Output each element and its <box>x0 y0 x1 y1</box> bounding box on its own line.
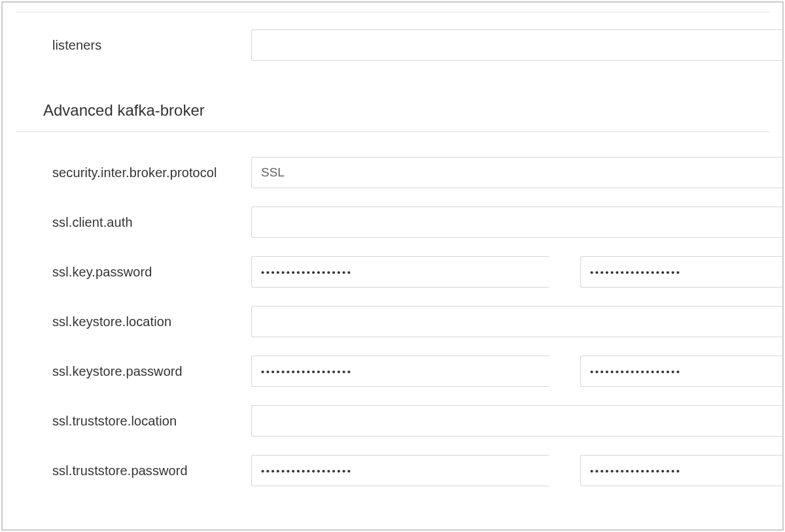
ssl-truststore-location-input[interactable] <box>251 405 782 437</box>
ssl-key-password-label: ssl.key.password <box>3 265 251 280</box>
ssl-keystore-password-input-wrap <box>251 356 782 387</box>
ssl-keystore-password-input-1[interactable] <box>251 356 549 387</box>
ssl-client-auth-row: ssl.client.auth <box>3 197 782 247</box>
ssl-keystore-location-input[interactable] <box>251 306 782 337</box>
listeners-label: listeners <box>3 38 251 53</box>
ssl-keystore-password-input-2[interactable] <box>580 356 782 387</box>
config-content: listeners Advanced kafka-broker security… <box>3 12 782 495</box>
ssl-truststore-location-label: ssl.truststore.location <box>3 414 251 429</box>
security-inter-broker-protocol-input-wrap <box>251 157 782 188</box>
ssl-keystore-location-input-wrap <box>251 306 782 337</box>
advanced-rows: security.inter.broker.protocol ssl.clien… <box>3 148 782 495</box>
config-panel-frame: listeners Advanced kafka-broker security… <box>1 1 784 531</box>
ssl-truststore-location-row: ssl.truststore.location <box>3 396 782 446</box>
ssl-client-auth-input[interactable] <box>251 207 782 238</box>
ssl-truststore-password-input-1[interactable] <box>251 455 549 486</box>
ssl-truststore-password-input-2[interactable] <box>580 455 782 486</box>
ssl-truststore-password-label: ssl.truststore.password <box>3 463 251 478</box>
security-inter-broker-protocol-row: security.inter.broker.protocol <box>3 148 782 197</box>
ssl-keystore-location-label: ssl.keystore.location <box>3 314 251 329</box>
ssl-client-auth-input-wrap <box>251 207 782 238</box>
listeners-row: listeners <box>3 12 782 78</box>
ssl-truststore-password-input-wrap <box>251 455 782 486</box>
ssl-client-auth-label: ssl.client.auth <box>3 215 251 230</box>
ssl-key-password-input-2[interactable] <box>580 256 782 288</box>
listeners-input-wrap <box>251 29 782 61</box>
ssl-key-password-row: ssl.key.password <box>3 247 782 297</box>
ssl-keystore-password-label: ssl.keystore.password <box>3 364 251 379</box>
advanced-kafka-broker-header: Advanced kafka-broker <box>3 78 782 131</box>
security-inter-broker-protocol-label: security.inter.broker.protocol <box>3 165 251 180</box>
ssl-truststore-password-row: ssl.truststore.password <box>3 446 782 495</box>
ssl-keystore-password-row: ssl.keystore.password <box>3 346 782 396</box>
ssl-keystore-location-row: ssl.keystore.location <box>3 297 782 346</box>
listeners-input[interactable] <box>251 29 782 61</box>
ssl-key-password-input-wrap <box>251 256 782 288</box>
ssl-key-password-input-1[interactable] <box>251 256 549 288</box>
ssl-truststore-location-input-wrap <box>251 405 782 437</box>
advanced-section-divider <box>16 131 769 132</box>
security-inter-broker-protocol-input[interactable] <box>251 157 782 188</box>
